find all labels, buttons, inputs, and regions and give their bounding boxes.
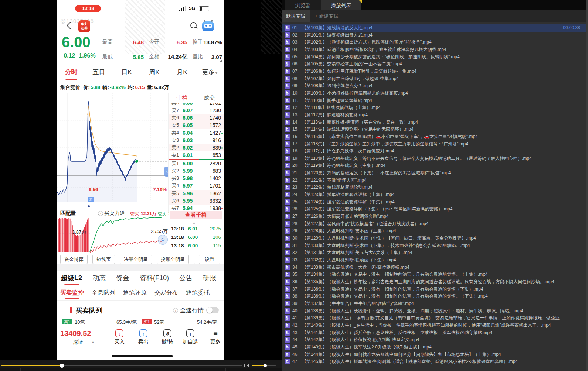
order-book-row[interactable]: 买16.002820 — [169, 160, 224, 167]
list-item[interactable]: MP437.【第136集】（融会贯通）交易中，没有一招制胜的法宝，只有融会贯通的… — [282, 286, 586, 293]
list-item[interactable]: MP415.【第114集】短线战场预览图·（交易中的无限循环）.mp4 — [282, 126, 586, 133]
order-book-row[interactable]: 买25.99683 — [169, 167, 224, 175]
index-name[interactable]: 深证 — [73, 339, 83, 346]
info-icon[interactable]: i — [98, 211, 103, 216]
info-icon[interactable]: i — [173, 308, 178, 313]
list-item[interactable]: MP441.【第139集】（股谈人生）_读书百倦·其义自见（书中自有黄金坑）_交… — [282, 315, 586, 322]
tab-browser[interactable]: 浏览器 — [285, 0, 321, 10]
list-item[interactable]: MP405.【第104集】如何减少长期被深套的迷惑：“破位阴线、加速阴线、反转阴… — [282, 54, 586, 61]
list-item[interactable]: MP419.【第118集】筹码的基础定义：筹码不是买卖信号，仅是个人交易模式的辅… — [282, 155, 586, 162]
trade-ticker-list[interactable]: 13:186.01207513:186.0010613:186.00115 — [168, 224, 224, 250]
list-item[interactable]: MP411.【第110集】新手超短复盘基础.mp4 — [282, 97, 586, 104]
list-item[interactable]: MP430.【第129集】大盘时机判断·技术面（中集）【区间、缺口、滞高点、黄金… — [282, 235, 586, 242]
playlist-scrollbar[interactable] — [586, 0, 588, 371]
list-item[interactable]: MP438.【第136集】（融会贯通）交易中，没有一招制胜的法宝，只有融会贯通的… — [282, 293, 586, 300]
intraday-chart[interactable]: 6.56 7.19% 6.12 5.68 -7.19% 卖 买 5.88 09:… — [57, 93, 168, 211]
list-item[interactable]: MP402.【第101集】游资初级出货方式.mp4 — [282, 32, 586, 39]
l2-tab-3[interactable]: 资料(F10) — [140, 271, 169, 285]
assistant-robot-icon[interactable] — [202, 21, 214, 31]
list-item[interactable]: MP427.【第126集】大幅高开低走的“碉堡套路”.mp4 — [282, 213, 586, 220]
list-item[interactable]: MP423.【第122集】短线题材周期轮动.mp4 — [282, 184, 586, 191]
list-item[interactable]: MP404.【第103集】看清连板股的“断板区间”，避免被庄稼深套好几根大阴线.… — [282, 46, 586, 54]
action-买入[interactable]: ↓买入 — [108, 329, 130, 345]
feature-button-0[interactable]: 资金博弈 — [60, 255, 88, 264]
list-item[interactable]: MP442.【第140集】（股谈人生）_在生活中，当你被一件棘手的事情困扰得不知… — [282, 322, 586, 329]
list-item[interactable]: MP421.【第120集】筹码的基础定义（下集）：不在庄稼的出货区域期待“反包”… — [282, 169, 586, 177]
refresh-float-button[interactable]: ↻ — [158, 235, 168, 245]
clipped-button-sliver[interactable] — [194, 255, 197, 264]
feature-button-3[interactable]: 投顾全明星 — [157, 255, 189, 264]
volume-bar[interactable] — [252, 365, 276, 366]
action-撤/持[interactable]: ↺撤/持 — [156, 329, 179, 345]
list-item[interactable]: MP417.【第116集】（主升浪的逃顶）主升浪中，游资或主力常用的逃顶信号：“… — [282, 141, 586, 148]
list-item[interactable]: MP414.【第113集】新高炸板·需谨慎（买在分歧，卖在一致）.mp4 — [282, 119, 586, 126]
list-item[interactable]: MP443.【第141集】（股谈人生）骄兵必败：总龙连板、反包连板、突破连板、援… — [282, 329, 586, 337]
l2-tab-1[interactable]: 动态 — [92, 271, 106, 285]
progress-bar[interactable] — [1, 365, 242, 366]
period-tab-2[interactable]: 日K — [113, 64, 140, 82]
action-卖出[interactable]: ↑卖出 — [132, 329, 154, 345]
list-item[interactable]: MP444.【第142集】（股谈人生）价值投资.热点判断.洗盘定义.mp4 — [282, 336, 586, 344]
sub-tab-1[interactable]: 全息队列 — [92, 286, 115, 300]
list-item[interactable]: MP447.【第145集】（股谈人生）援军战法·空间测算（适合止跌底部盘整、看清… — [282, 358, 586, 365]
list-item[interactable]: MP445.【第143集】（股谈人生）援军战法2.0升级版【做T·游击战】.mp… — [282, 344, 586, 351]
order-book-row[interactable]: 卖26.02839 — [169, 144, 224, 151]
list-item[interactable]: MP424.【第123集】援军战法的套路详解（上集）.mp4 — [282, 191, 586, 199]
list-item[interactable]: MP436.【第135集】（股谈人生）趁年轻，多出去走走与五湖四海的志同道合者切… — [282, 278, 586, 286]
list-item[interactable]: MP431.【第130集】大盘时机判断·技术面（下集）：技术面弥补“消息公告延迟… — [282, 242, 586, 250]
feature-button-4[interactable]: 设置 — [199, 255, 220, 264]
list-item[interactable]: MP410.【第109集】小弟很难破掉所属周期龙的连板高度.mp4 — [282, 90, 586, 97]
list-item[interactable]: MP422.【第121集】不做“情怀大哥”.mp4 — [282, 177, 586, 184]
order-book-row[interactable]: 买35.981402 — [169, 175, 224, 182]
l2-tab-2[interactable]: 资金 — [116, 271, 129, 285]
list-item[interactable]: MP408.【第107集】如何在庄稼做T时，做超短-中集.mp4 — [282, 75, 586, 83]
list-item[interactable]: MP433.【第132集】大盘时机判断·联动面（下集）.mp4 — [282, 257, 586, 264]
order-book-row[interactable]: 卖36.03916 — [169, 137, 224, 144]
view-thousand-depth-button[interactable]: 查看千档 — [170, 211, 222, 219]
list-item[interactable]: MP406.【第105集】交易中经常上演的“一山不容二虎”.mp4 — [282, 61, 586, 68]
order-book-row[interactable]: 买65.953332 — [169, 197, 224, 205]
order-book-row[interactable]: 买55.961362 — [169, 190, 224, 197]
list-item[interactable]: MP409.【第108集】遇到停牌怎么办？.mp4 — [282, 82, 586, 90]
scroll-up-icon[interactable]: ▲ — [193, 221, 196, 224]
feature-button-2[interactable]: 决策全明星 — [120, 255, 152, 264]
list-item[interactable]: MP420.【第119集】筹码的基础定义（中集）.mp4 — [282, 162, 586, 169]
list-item[interactable]: MP425.【第124集】援军战法的套路详解（中集）.mp4 — [282, 199, 586, 206]
period-tab-1[interactable]: 五日 — [85, 64, 113, 82]
sub-tab-0[interactable]: 买卖监控 — [60, 286, 84, 300]
order-book-row[interactable]: 卖56.051572 — [169, 121, 224, 129]
order-book-row[interactable]: 卖76.071230 — [169, 107, 224, 114]
list-item[interactable]: MP413.【第112集】超短题材的套路.mp4 — [282, 111, 586, 119]
new-album-button[interactable]: + 新建专辑 — [315, 10, 338, 22]
list-item[interactable]: MP432.【第131集】大盘时机判断·美元与大A关系（上集）.mp4 — [282, 249, 586, 257]
action-更多[interactable]: ≡更多 — [204, 329, 224, 345]
l2-tab-4[interactable]: 公告 — [179, 271, 193, 285]
l2-tab-0[interactable]: 超级L2 — [61, 271, 82, 285]
expand-corner-icon[interactable] — [219, 59, 222, 62]
order-book[interactable]: 十档成交 卖86.082701卖76.071230卖66.061740卖56.0… — [168, 93, 224, 212]
order-book-row[interactable]: 卖86.082701 — [169, 103, 224, 107]
list-item[interactable]: MP403.【第102集】（游资初级出货方式）翘跌停板的“吃单”和“撤单”.mp… — [282, 39, 586, 46]
video-player-pane[interactable]: @13035126 13:18 5G 华安证券 6.00 -0.12 -1.96… — [0, 0, 282, 371]
l2-tab-5[interactable]: 研报 — [203, 271, 216, 285]
volume-icon[interactable] — [244, 363, 249, 368]
list-item[interactable]: MP434.【第133集】熊市高低切换：大盘一闪·高位跌停板.mp4 — [282, 264, 586, 271]
order-book-row[interactable]: 卖16.01653 — [169, 151, 224, 159]
list-item[interactable]: MP407.【第106集】如何利用庄稼做T时段，反复做超短-上集.mp4 — [282, 68, 586, 75]
list-item[interactable]: MP440.【第138集】（股谈人生）长线慢牛：逻辑、趋势线、业绩、周期；短线疯… — [282, 308, 586, 315]
sub-tab-4[interactable]: 逐笔委托 — [186, 286, 210, 300]
tab-default-album[interactable]: 默认专辑 — [282, 10, 310, 22]
period-tab-3[interactable]: 周K — [140, 64, 168, 82]
order-book-row[interactable]: 卖46.041427 — [169, 129, 224, 137]
progress-knob[interactable] — [60, 364, 64, 368]
search-icon[interactable] — [190, 22, 197, 28]
list-item[interactable]: MP412.【第111集】短线次新战场（上集）.mp4 — [282, 104, 586, 111]
list-item[interactable]: MP418.【第117集】持仓多只跌停，次日如何应对.mp4 — [282, 148, 586, 155]
list-item[interactable]: MP401.【第100集】短线情绪的反人性.mp400:00:38 — [282, 24, 586, 32]
feature-button-1[interactable]: 短线宝 — [92, 255, 115, 264]
period-tab-4[interactable]: 月K — [168, 64, 196, 82]
list-item[interactable]: MP439.【第137集】（牛牛组合）牛牛组合的“攻防”与“套路”.mp4 — [282, 300, 586, 308]
list-item[interactable]: MP428.【第127集】暴风雨中的“抗跌横盘者”（也适合月线抗跌者）.mp4 — [282, 220, 586, 228]
period-tab-0[interactable]: 分时 — [57, 64, 85, 82]
list-item[interactable]: MP429.【第128集】大盘时机判断·技术面（上集）.mp4 — [282, 227, 586, 235]
